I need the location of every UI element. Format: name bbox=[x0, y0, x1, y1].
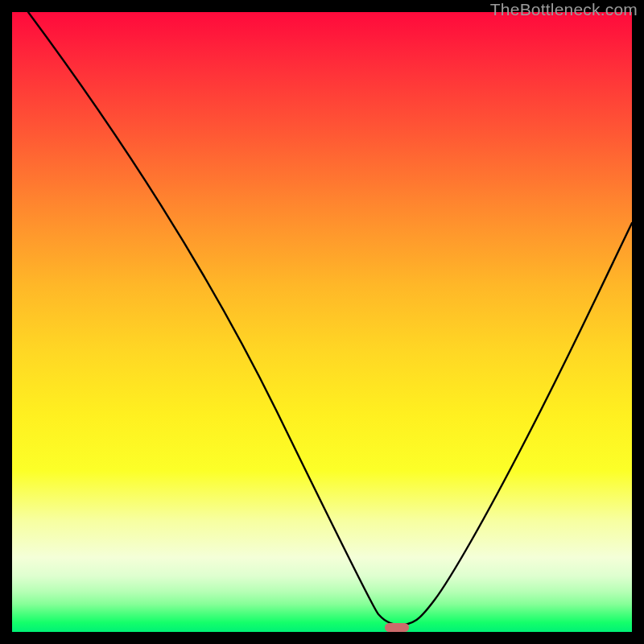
plot-area bbox=[12, 12, 632, 632]
bottleneck-curve bbox=[12, 12, 632, 632]
optimal-marker bbox=[385, 623, 409, 632]
watermark-text: TheBottleneck.com bbox=[490, 0, 638, 19]
chart-stage: TheBottleneck.com bbox=[0, 0, 644, 644]
